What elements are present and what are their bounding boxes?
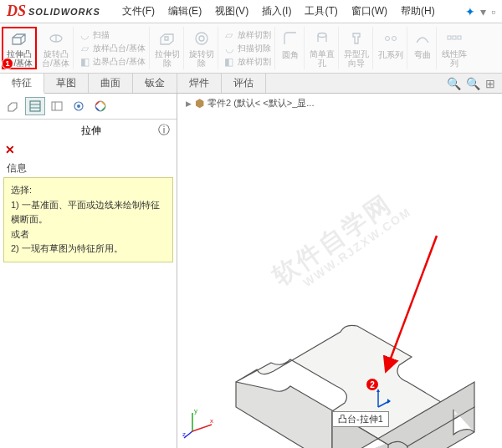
ribbon-simple-hole[interactable]: 简单直孔 bbox=[306, 27, 339, 69]
panel-help-icon[interactable]: ⓘ bbox=[158, 123, 170, 138]
svg-point-4 bbox=[385, 37, 389, 41]
svg-point-1 bbox=[196, 33, 207, 44]
tab-sheetmetal[interactable]: 钣金 bbox=[133, 74, 177, 93]
bend-label: 弯曲 bbox=[414, 50, 431, 59]
ribbon-extrude-boss[interactable]: 拉伸凸台/基体 1 bbox=[2, 27, 37, 69]
svg-text:x: x bbox=[210, 417, 213, 425]
fillet-icon bbox=[280, 28, 300, 48]
search-tool-icon[interactable]: 🔍 bbox=[447, 77, 461, 90]
menu-window[interactable]: 窗口(W) bbox=[346, 3, 392, 20]
ribbon-loft-cut[interactable]: ▱放样切割 bbox=[223, 28, 271, 42]
linear-pattern-icon bbox=[444, 28, 464, 48]
info-line-4: 2) 一现有草图为特征所用。 bbox=[11, 242, 166, 257]
dropdown-icon[interactable]: ▾ bbox=[480, 5, 486, 18]
flyout-tree[interactable]: ▶ ⬢ 零件2 (默认< <默认>_显... bbox=[186, 97, 314, 109]
ribbon-advanced-hole[interactable]: 异型孔向导 bbox=[341, 27, 373, 69]
ribbon-loft[interactable]: ▱放样凸台/基体 bbox=[79, 42, 146, 55]
ribbon-fillet[interactable]: 圆角 bbox=[277, 27, 305, 69]
extrude-boss-icon bbox=[9, 28, 29, 48]
info-line-3: 或者 bbox=[11, 227, 166, 242]
sweep-icon: ◡ bbox=[79, 29, 90, 41]
ribbon-sweep[interactable]: ◡扫描 bbox=[79, 28, 146, 42]
help-icon[interactable]: ✦ bbox=[465, 5, 475, 18]
extrude-cut-label: 拉伸切除 bbox=[155, 49, 180, 68]
app-logo: DS SOLIDWORKS bbox=[7, 3, 100, 20]
info-box: 选择: 1) 一基准面、平面或边线来绘制特征横断面。 或者 2) 一现有草图为特… bbox=[3, 177, 173, 262]
svg-point-2 bbox=[199, 36, 204, 41]
ribbon-sweep-cut[interactable]: ◡扫描切除 bbox=[223, 42, 271, 55]
tab-surfaces[interactable]: 曲面 bbox=[89, 74, 133, 93]
advanced-hole-label: 异型孔向导 bbox=[344, 49, 369, 68]
sweep-cut-icon: ◡ bbox=[223, 43, 235, 54]
loft-icon: ▱ bbox=[79, 43, 90, 54]
zoom-tool-icon[interactable]: 🔍 bbox=[466, 77, 480, 90]
property-manager-icon[interactable] bbox=[25, 97, 45, 115]
ribbon-revolve-boss[interactable]: 旋转凸台/基体 bbox=[38, 27, 74, 69]
svg-point-15 bbox=[77, 104, 80, 108]
view-triad[interactable]: y x z bbox=[182, 406, 216, 440]
graphics-viewport[interactable]: ▶ ⬢ 零件2 (默认< <默认>_显... 软件自学网 WWW.RJZXW.C… bbox=[177, 94, 502, 448]
revolve-cut-label: 旋转切除 bbox=[189, 49, 214, 68]
ribbon-sweep-group: ◡扫描 ▱放样凸台/基体 ◧边界凸台/基体 bbox=[75, 27, 150, 69]
panel-toolbar bbox=[0, 94, 177, 120]
svg-rect-8 bbox=[458, 36, 461, 39]
hole-series-label: 孔系列 bbox=[378, 50, 403, 59]
config-manager-icon[interactable] bbox=[47, 97, 67, 115]
boundary-cut-icon: ◧ bbox=[223, 56, 235, 68]
svg-rect-6 bbox=[448, 36, 451, 39]
svg-point-5 bbox=[392, 37, 396, 41]
svg-rect-7 bbox=[453, 36, 456, 39]
ribbon-boundary[interactable]: ◧边界凸台/基体 bbox=[79, 55, 146, 69]
menubar: 文件(F) 编辑(E) 视图(V) 插入(I) 工具(T) 窗口(W) 帮助(H… bbox=[117, 3, 440, 20]
tab-evaluate[interactable]: 评估 bbox=[222, 74, 266, 93]
feature-tooltip: 凸台-拉伸1 bbox=[332, 411, 389, 427]
ribbon-extrude-cut[interactable]: 拉伸切除 bbox=[151, 27, 184, 69]
svg-line-20 bbox=[192, 425, 212, 431]
property-manager: 拉伸 ⓘ ✕ 信息 选择: 1) 一基准面、平面或边线来绘制特征横断面。 或者 … bbox=[0, 94, 177, 448]
structure-icon[interactable]: ⊞ bbox=[485, 77, 495, 90]
panel-title: 拉伸 bbox=[23, 124, 158, 138]
ribbon-linear-pattern[interactable]: 线性阵列 bbox=[438, 27, 470, 69]
menu-tools[interactable]: 工具(T) bbox=[300, 3, 342, 20]
svg-rect-12 bbox=[52, 102, 62, 110]
ribbon-bend[interactable]: 弯曲 bbox=[409, 27, 437, 69]
revolve-boss-label: 旋转凸台/基体 bbox=[42, 49, 69, 68]
ribbon-cut-group: ▱放样切割 ◡扫描切除 ◧放样切割 bbox=[220, 27, 275, 69]
svg-point-3 bbox=[318, 33, 326, 37]
tab-sketch[interactable]: 草图 bbox=[44, 74, 89, 93]
ribbon-revolve-cut[interactable]: 旋转切除 bbox=[186, 27, 218, 69]
ribbon-hole-series[interactable]: 孔系列 bbox=[375, 27, 407, 69]
titlebar: DS SOLIDWORKS 文件(F) 编辑(E) 视图(V) 插入(I) 工具… bbox=[0, 0, 502, 23]
feature-tree-icon[interactable] bbox=[3, 97, 23, 115]
info-line-1: 选择: bbox=[11, 183, 166, 198]
tab-weldments[interactable]: 焊件 bbox=[177, 74, 222, 93]
menu-help[interactable]: 帮助(H) bbox=[396, 3, 440, 20]
main-area: 拉伸 ⓘ ✕ 信息 选择: 1) 一基准面、平面或边线来绘制特征横断面。 或者 … bbox=[0, 94, 502, 448]
advanced-hole-icon bbox=[346, 28, 366, 48]
more-icon[interactable]: ▫ bbox=[491, 5, 495, 18]
ribbon-boundary-cut[interactable]: ◧放样切割 bbox=[223, 55, 271, 69]
menu-edit[interactable]: 编辑(E) bbox=[163, 3, 207, 20]
menu-insert[interactable]: 插入(I) bbox=[257, 3, 296, 20]
part-name: 零件2 (默认< <默认>_显... bbox=[207, 97, 314, 109]
svg-text:z: z bbox=[182, 430, 186, 438]
panel-close-button[interactable]: ✕ bbox=[0, 141, 177, 158]
tree-expand-icon[interactable]: ▶ bbox=[186, 99, 192, 108]
boundary-icon: ◧ bbox=[79, 56, 90, 68]
ribbon: 拉伸凸台/基体 1 旋转凸台/基体 ◡扫描 ▱放样凸台/基体 ◧边界凸台/基体 … bbox=[0, 23, 502, 74]
logo-icon: DS bbox=[7, 3, 26, 20]
fillet-label: 圆角 bbox=[282, 50, 299, 59]
info-label: 信息 bbox=[3, 160, 173, 177]
command-tabs: 特征 草图 曲面 钣金 焊件 评估 🔍 🔍 ⊞ bbox=[0, 74, 502, 94]
hole-series-icon bbox=[381, 28, 401, 48]
bend-icon bbox=[412, 28, 433, 48]
watermark: 软件自学网 WWW.RJZXW.COM bbox=[266, 180, 413, 301]
simple-hole-label: 简单直孔 bbox=[310, 49, 335, 68]
appearance-icon[interactable] bbox=[90, 97, 110, 115]
menu-file[interactable]: 文件(F) bbox=[117, 3, 160, 20]
menu-view[interactable]: 视图(V) bbox=[210, 3, 254, 20]
revolve-cut-icon bbox=[192, 28, 212, 48]
info-line-2: 1) 一基准面、平面或边线来绘制特征横断面。 bbox=[11, 198, 166, 227]
dimxpert-icon[interactable] bbox=[69, 97, 89, 115]
tab-features[interactable]: 特征 bbox=[0, 74, 44, 94]
